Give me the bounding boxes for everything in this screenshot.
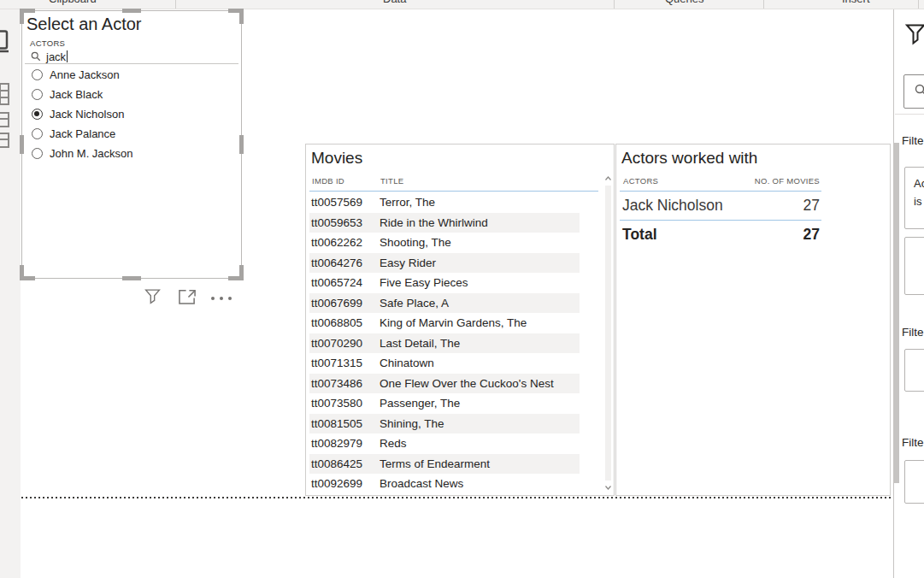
table-row[interactable]: tt0073486 One Flew Over the Cuckoo's Nes… (309, 374, 580, 394)
cell-imdb-id: tt0086425 (309, 457, 380, 470)
table-row[interactable]: tt0057569 Terror, The (309, 192, 580, 213)
cell-title: Broadcast News (380, 477, 580, 490)
slicer-search-input[interactable]: jack (31, 49, 68, 64)
cell-title: Five Easy Pieces (380, 276, 580, 289)
model-view-icon[interactable] (0, 111, 11, 150)
table-row[interactable]: tt0073580 Passenger, The (309, 393, 580, 414)
filter-card[interactable]: Ac is (904, 167, 924, 229)
table-row[interactable]: tt0068805 King of Marvin Gardens, The (309, 313, 580, 333)
slicer-item[interactable]: Jack Nicholson (22, 104, 241, 124)
cell-imdb-id: tt0092699 (309, 477, 380, 490)
filters-pane-scrollbar[interactable] (894, 143, 899, 483)
data-view-icon[interactable] (0, 82, 11, 106)
focus-mode-icon[interactable] (178, 288, 197, 305)
cell-imdb-id: tt0065724 (309, 276, 380, 289)
filter-card[interactable] (904, 237, 924, 295)
text-cursor (67, 50, 68, 62)
movies-scrollbar[interactable] (603, 174, 612, 492)
cell-imdb-id: tt0071315 (309, 357, 380, 369)
powerbi-report-editor: Clipboard Data Queries Insert (0, 0, 924, 578)
ribbon-separator (763, 0, 764, 9)
table-row[interactable]: tt0092699 Broadcast News (309, 474, 580, 494)
table-row[interactable]: tt0067699 Safe Place, A (309, 293, 580, 314)
movies-rows: tt0057569 Terror, The tt0059653 Ride in … (309, 192, 580, 494)
cell-imdb-id: tt0062262 (309, 236, 380, 249)
cell-imdb-id: tt0068805 (309, 316, 380, 329)
cell-title: Easy Rider (380, 257, 580, 269)
table-row[interactable]: tt0081505 Shining, The (309, 414, 580, 434)
total-label: Total (622, 226, 657, 244)
table-row[interactable]: tt0062262 Shooting, The (309, 233, 580, 253)
report-view-icon[interactable] (0, 30, 12, 54)
filter-card[interactable] (904, 460, 924, 504)
resize-handle-bottom-right[interactable] (228, 265, 244, 280)
magnifier-icon (915, 84, 924, 97)
funnel-icon[interactable] (905, 23, 924, 46)
scrollbar-track[interactable] (605, 186, 611, 481)
table-row[interactable]: tt0071315 Chinatown (309, 353, 580, 374)
cell-title: King of Marvin Gardens, The (380, 316, 580, 329)
column-header-title[interactable]: TITLE (380, 176, 403, 186)
column-header-actors[interactable]: ACTORS (623, 176, 658, 186)
table-row[interactable]: tt0086425 Terms of Endearment (309, 454, 580, 475)
slicer-item[interactable]: Anne Jackson (22, 65, 241, 85)
cell-title: Passenger, The (380, 397, 580, 410)
radio-button-icon[interactable] (32, 109, 43, 120)
view-switcher-rail (0, 9, 21, 578)
actors-title: Actors worked with (621, 147, 757, 168)
table-row[interactable]: tt0082979 Reds (309, 434, 580, 454)
cell-title: Terror, The (380, 196, 580, 209)
table-row[interactable]: tt0059653 Ride in the Whirlwind (309, 213, 580, 233)
chevron-up-icon[interactable] (604, 175, 612, 182)
radio-button-icon[interactable] (32, 128, 43, 139)
filter-funnel-icon[interactable] (144, 287, 162, 306)
filters-section-label: Filte (902, 436, 924, 449)
table-row[interactable]: tt0070290 Last Detail, The (309, 333, 580, 354)
cell-imdb-id: tt0073580 (309, 397, 380, 410)
cell-imdb-id: tt0070290 (309, 337, 380, 350)
filters-section-label: Filte (902, 134, 924, 147)
chevron-down-icon[interactable] (604, 484, 612, 491)
actors-table-visual: Actors worked with ACTORS NO. OF MOVIES … (615, 144, 891, 496)
resize-handle-top-right[interactable] (228, 9, 244, 24)
table-row[interactable]: tt0064276 Easy Rider (309, 253, 580, 274)
cell-title: Shining, The (380, 417, 580, 430)
slicer-search-underline (25, 63, 238, 64)
cell-title: Reds (380, 437, 580, 450)
cell-title: Chinatown (380, 357, 580, 369)
slicer-item[interactable]: Jack Palance (22, 124, 241, 144)
table-row[interactable]: Jack Nicholson 27 (622, 193, 820, 217)
cell-title: Last Detail, The (380, 337, 580, 350)
magnifier-icon (31, 51, 41, 62)
filters-pane: Filte Ac is Filte Filte (893, 9, 924, 578)
column-header-no-of-movies[interactable]: NO. OF MOVIES (755, 176, 820, 186)
more-options-icon[interactable] (211, 296, 237, 301)
cell-movie-count: 27 (803, 197, 820, 215)
ribbon-separator (175, 0, 176, 9)
slicer-item[interactable]: John M. Jackson (22, 144, 241, 163)
movies-title: Movies (311, 147, 362, 168)
radio-button-icon[interactable] (32, 69, 43, 80)
resize-handle-bottom-left[interactable] (20, 265, 35, 280)
cell-title: Safe Place, A (380, 297, 580, 310)
cell-title: One Flew Over the Cuckoo's Nest (380, 377, 580, 390)
total-divider (620, 220, 821, 221)
resize-handle-bottom[interactable] (122, 276, 141, 280)
slicer-item-list: Anne Jackson Jack Black Jack Nicholson J… (22, 65, 241, 163)
slicer-item-label: Anne Jackson (50, 68, 120, 81)
radio-button-icon[interactable] (32, 89, 43, 100)
radio-button-icon[interactable] (32, 148, 43, 159)
page-boundary (21, 497, 893, 498)
movies-table-visual: Movies IMDB ID TITLE tt0057569 Terror, T… (305, 144, 615, 496)
slicer-item[interactable]: Jack Black (22, 85, 241, 104)
filters-search-input[interactable] (903, 74, 924, 109)
filter-card-field: Ac (914, 177, 924, 190)
slicer-field-label: ACTORS (30, 38, 65, 48)
cell-imdb-id: tt0057569 (309, 196, 380, 209)
table-row[interactable]: tt0065724 Five Easy Pieces (309, 273, 580, 293)
header-underline (620, 191, 821, 192)
column-header-imdb-id[interactable]: IMDB ID (312, 176, 344, 186)
cell-imdb-id: tt0073486 (309, 377, 380, 390)
ribbon-group-data: Data (383, 0, 406, 6)
filter-card[interactable] (904, 349, 924, 392)
